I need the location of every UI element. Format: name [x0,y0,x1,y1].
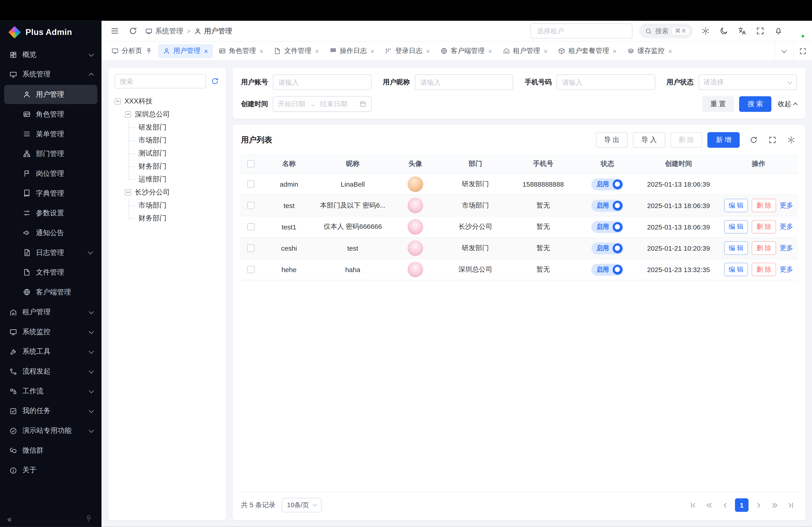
sidebar-item-sys-tools[interactable]: 系统工具 [0,342,102,362]
date-range-input[interactable]: 开始日期 → 结束日期 [273,96,371,112]
sidebar-item-demo-features[interactable]: 演示站专用功能 [0,421,102,441]
pagination-prev-chunk-button[interactable] [702,499,715,511]
sidebar-item-role-mgmt[interactable]: 角色管理 [4,105,97,124]
tab-user[interactable]: 用户管理× [158,44,213,58]
pagination-page-1[interactable]: 1 [735,498,749,512]
account-input[interactable] [273,74,371,90]
sidebar-item-sys-monitor[interactable]: 系统监控 [0,322,102,342]
tab-close-icon[interactable]: × [544,48,548,54]
delete-button[interactable]: 删 除 [752,220,776,234]
sidebar-item-client-mgmt[interactable]: 客户端管理 [4,283,97,302]
tab-analysis[interactable]: 分析页 [107,44,157,58]
sidebar-item-dept-mgmt[interactable]: 部门管理 [4,144,97,163]
tree-node[interactable]: 长沙分公司 [115,186,220,199]
more-button[interactable]: 更多 [780,243,793,253]
tab-close-icon[interactable]: × [260,48,264,54]
status-switch[interactable]: 启用 [591,264,623,275]
table-refresh-button[interactable] [748,134,759,146]
edit-button[interactable]: 编 辑 [724,220,748,234]
hamburger-menu-button[interactable] [109,25,120,37]
tab-oplog[interactable]: 操作日志× [324,44,379,58]
tab-tenant[interactable]: 租户管理× [498,44,552,58]
status-switch[interactable]: 启用 [591,221,623,233]
status-switch[interactable]: 启用 [591,199,623,211]
sidebar-item-tenant-mgmt[interactable]: 租户管理 [0,302,102,322]
sidebar-item-about[interactable]: 关于 [0,460,102,480]
tree-node[interactable]: 运维部门 [115,173,220,186]
export-button[interactable]: 导 出 [596,132,628,148]
tab-client[interactable]: 客户端管理× [436,44,497,58]
sidebar-item-notice[interactable]: 通知公告 [4,223,97,242]
user-menu[interactable] [791,24,804,38]
tree-node[interactable]: 财务部门 [115,160,220,173]
tab-close-icon[interactable]: × [315,48,319,54]
sidebar-item-wechat-group[interactable]: 微信群 [0,441,102,461]
table-fullscreen-button[interactable] [767,134,778,146]
pagination-prev-button[interactable] [719,499,731,511]
tab-cache[interactable]: 缓存监控× [622,44,677,58]
add-button[interactable]: 新 增 [708,132,740,148]
sidebar-item-my-tasks[interactable]: 我的任务 [0,401,102,421]
dark-mode-toggle[interactable] [718,25,729,37]
tree-node[interactable]: 测试部门 [115,147,220,160]
delete-button[interactable]: 删 除 [752,199,776,212]
search-button[interactable]: 搜 索 [739,96,771,112]
row-checkbox[interactable] [247,266,255,273]
sidebar-item-post-mgmt[interactable]: 岗位管理 [4,164,97,183]
tab-close-icon[interactable]: × [204,48,208,54]
tabs-fullscreen-button[interactable] [793,42,812,60]
tree-search-input[interactable] [115,74,206,89]
tab-close-icon[interactable]: × [426,48,430,54]
tenant-select-input[interactable] [536,27,627,35]
sidebar-item-log-mgmt[interactable]: 日志管理 [4,243,97,262]
pagination-last-button[interactable] [784,499,797,511]
tree-node[interactable]: 深圳总公司 [115,108,220,121]
sidebar-item-file-mgmt[interactable]: 文件管理 [4,262,97,282]
tab-tenantpkg[interactable]: 租户套餐管理× [553,44,621,58]
tree-node[interactable]: 市场部门 [115,199,220,212]
sidebar-item-param-settings[interactable]: 参数设置 [4,203,97,223]
sidebar-pin-button[interactable] [83,513,94,524]
sidebar-item-flow-start[interactable]: 流程发起 [0,362,102,381]
edit-button[interactable]: 编 辑 [724,199,748,212]
edit-button[interactable]: 编 辑 [724,241,748,255]
delete-button[interactable]: 删 除 [752,241,776,255]
tree-expander-icon[interactable] [115,98,121,104]
sidebar-item-dict-mgmt[interactable]: 字典管理 [4,184,97,203]
phone-input[interactable] [556,74,655,90]
tree-node[interactable]: 财务部门 [115,212,220,225]
global-search[interactable]: 搜索 ⌘ K [639,24,693,39]
edit-button[interactable]: 编 辑 [724,262,748,276]
table-settings-button[interactable] [785,134,797,146]
sidebar-collapse-button[interactable]: « [7,514,11,523]
tab-role[interactable]: 角色管理× [214,44,268,58]
tab-loginlog[interactable]: 登录日志× [380,44,434,58]
tree-refresh-button[interactable] [210,76,220,86]
status-select[interactable]: 请选择 [698,74,797,90]
import-button[interactable]: 导 入 [633,132,665,148]
tabs-dropdown-button[interactable] [774,42,793,60]
tab-close-icon[interactable]: × [613,48,617,54]
tree-expander-icon[interactable] [125,111,131,118]
tree-node[interactable]: 研发部门 [115,121,220,134]
tenant-select[interactable] [530,24,632,39]
settings-button[interactable] [700,25,711,37]
row-checkbox[interactable] [247,181,255,188]
collapse-filters-link[interactable]: 收起 [778,100,797,109]
pagination-first-button[interactable] [686,499,699,511]
nickname-input[interactable] [415,74,513,90]
sidebar-item-workflow[interactable]: 工作流 [0,381,102,401]
sidebar-item-overview[interactable]: 概览 [0,45,102,64]
status-switch[interactable]: 启用 [591,242,623,254]
tab-close-icon[interactable]: × [371,48,375,54]
pagination-next-button[interactable] [752,499,765,511]
sidebar-item-menu-mgmt[interactable]: 菜单管理 [4,124,97,144]
more-button[interactable]: 更多 [780,201,793,210]
tab-close-icon[interactable]: × [488,48,492,54]
tree-node[interactable]: 市场部门 [115,134,220,147]
page-size-select[interactable]: 10条/页 [282,498,322,512]
tab-file[interactable]: 文件管理× [269,44,324,58]
delete-selected-button[interactable]: 删 除 [670,132,702,148]
breadcrumb-item-user[interactable]: 用户管理 [194,26,232,36]
more-button[interactable]: 更多 [780,222,793,231]
